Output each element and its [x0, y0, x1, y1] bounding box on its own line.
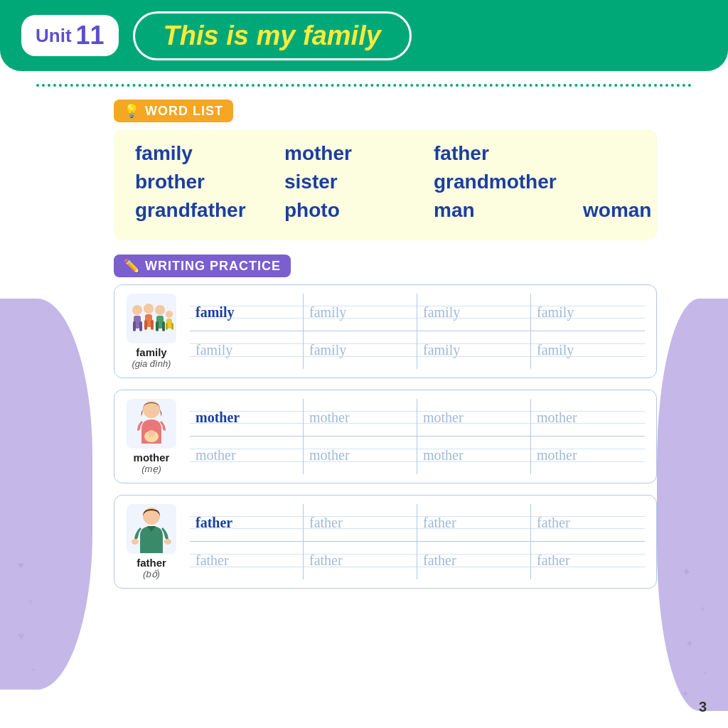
family-grid-row-1: family family family — [190, 294, 645, 331]
mother-grid-row-2: mother mother mother — [190, 437, 645, 474]
word-family: family — [135, 142, 242, 165]
pencil-icon: ✏️ — [124, 258, 139, 274]
family-cell-1-1[interactable]: family — [190, 294, 304, 331]
writing-practice-section: ✏️ WRITING PRACTICE — [114, 255, 657, 589]
father-cell-1-2[interactable]: father — [304, 504, 417, 541]
father-grid-row-1: father father father — [190, 504, 645, 542]
word-grandfather: grandfather — [135, 199, 242, 222]
family-cell-1-2[interactable]: family — [304, 294, 417, 331]
family-grid-row-2: family family family — [190, 331, 645, 369]
practice-card-mother: mother (mẹ) mother mother — [114, 390, 657, 483]
family-cell-2-3[interactable]: family — [417, 331, 531, 369]
family-guide-5: family — [196, 342, 232, 358]
mother-image-area: mother (mẹ) — [123, 399, 180, 474]
family-image — [127, 294, 176, 343]
father-image-area: father (bố) — [123, 504, 180, 579]
unit-badge: Unit 11 — [21, 15, 119, 56]
svg-rect-11 — [133, 321, 136, 331]
svg-text:✦: ✦ — [703, 670, 708, 677]
mother-guide-6: mother — [309, 447, 350, 464]
svg-rect-16 — [151, 320, 154, 330]
page-title: This is my family — [164, 21, 381, 50]
father-cell-2-1[interactable]: father — [190, 542, 304, 579]
svg-rect-12 — [139, 321, 142, 331]
father-cell-2-2[interactable]: father — [304, 542, 417, 579]
svg-rect-19 — [156, 321, 159, 331]
word-man: man — [434, 199, 540, 222]
word-row-1: family mother father — [135, 142, 636, 165]
father-guide-7: father — [423, 552, 456, 569]
family-guide-7: family — [423, 342, 460, 358]
svg-text:✦: ✦ — [682, 689, 689, 697]
family-translation: (gia đình) — [132, 358, 171, 369]
word-mother: mother — [284, 142, 391, 165]
father-writing-grid: father father father — [190, 504, 645, 579]
unit-label: Unit — [36, 25, 72, 47]
practice-card-family: family (gia đình) family family — [114, 284, 657, 378]
father-cell-1-4[interactable]: father — [531, 504, 645, 541]
word-grandmother: grandmother — [434, 171, 557, 193]
family-word-label: family — [136, 346, 166, 358]
title-pill: This is my family — [133, 11, 412, 60]
main-content: Unit 11 This is my family 💡 WORD LIST fa… — [0, 0, 728, 607]
mother-cell-2-3[interactable]: mother — [417, 437, 531, 474]
mother-guide-filled: mother — [196, 410, 240, 426]
mother-guide-4: mother — [537, 410, 577, 426]
svg-rect-23 — [166, 323, 168, 330]
mother-guide-5: mother — [196, 447, 236, 464]
family-guide-8: family — [537, 342, 574, 358]
mother-guide-7: mother — [423, 447, 464, 464]
svg-point-27 — [148, 430, 155, 437]
mother-word-label: mother — [134, 451, 170, 464]
mother-cell-1-3[interactable]: mother — [417, 399, 531, 436]
father-cell-1-1[interactable]: father — [190, 504, 304, 541]
svg-point-30 — [164, 539, 171, 545]
father-cell-2-4[interactable]: father — [531, 542, 645, 579]
family-cell-1-4[interactable]: family — [531, 294, 645, 331]
mother-cell-2-4[interactable]: mother — [531, 437, 645, 474]
mother-cell-1-2[interactable]: mother — [304, 399, 417, 436]
word-father: father — [434, 142, 540, 165]
content-area: 💡 WORD LIST family mother father brother… — [0, 92, 728, 607]
practice-card-father: father (bố) father father — [114, 495, 657, 589]
family-guide-3: family — [423, 304, 460, 321]
word-woman: woman — [583, 199, 690, 222]
word-row-3: grandfather photo man woman — [135, 199, 636, 222]
family-cell-2-1[interactable]: family — [190, 331, 304, 369]
page: ✦ ✦ ✦ ✦ ✦ ♥ ♥ ♥ ♥ Unit 11 This is my fam… — [0, 0, 728, 728]
writing-practice-title: WRITING PRACTICE — [145, 259, 281, 274]
father-guide-filled: father — [196, 515, 232, 531]
mother-cell-2-2[interactable]: mother — [304, 437, 417, 474]
svg-point-21 — [166, 311, 173, 318]
father-guide-6: father — [309, 552, 343, 569]
family-cell-2-4[interactable]: family — [531, 331, 645, 369]
father-cell-2-3[interactable]: father — [417, 542, 531, 579]
father-guide-2: father — [309, 515, 343, 531]
mother-grid-row-1: mother mother mother — [190, 399, 645, 437]
word-row-2: brother sister grandmother — [135, 171, 636, 193]
svg-rect-15 — [144, 320, 147, 330]
word-list-label: 💡 WORD LIST — [114, 100, 233, 122]
mother-cell-1-1[interactable]: mother — [190, 399, 304, 436]
mother-guide-2: mother — [309, 410, 350, 426]
svg-rect-24 — [171, 323, 173, 330]
word-sister: sister — [284, 171, 391, 193]
family-cell-1-3[interactable]: family — [417, 294, 531, 331]
father-grid-row-2: father father father — [190, 542, 645, 579]
mother-cell-1-4[interactable]: mother — [531, 399, 645, 436]
mother-guide-3: mother — [423, 410, 464, 426]
word-brother: brother — [135, 171, 242, 193]
father-cell-1-3[interactable]: father — [417, 504, 531, 541]
mother-image — [127, 399, 176, 449]
family-guide-6: family — [309, 342, 346, 358]
family-guide-filled: family — [196, 304, 234, 321]
family-cell-2-2[interactable]: family — [304, 331, 417, 369]
dotted-separator — [0, 82, 728, 89]
mother-cell-2-1[interactable]: mother — [190, 437, 304, 474]
word-photo: photo — [284, 199, 391, 222]
lightbulb-icon: 💡 — [124, 103, 139, 119]
svg-point-9 — [132, 305, 142, 315]
mother-writing-grid: mother mother mother — [190, 399, 645, 474]
svg-point-13 — [144, 304, 154, 314]
father-guide-4: father — [537, 515, 570, 531]
